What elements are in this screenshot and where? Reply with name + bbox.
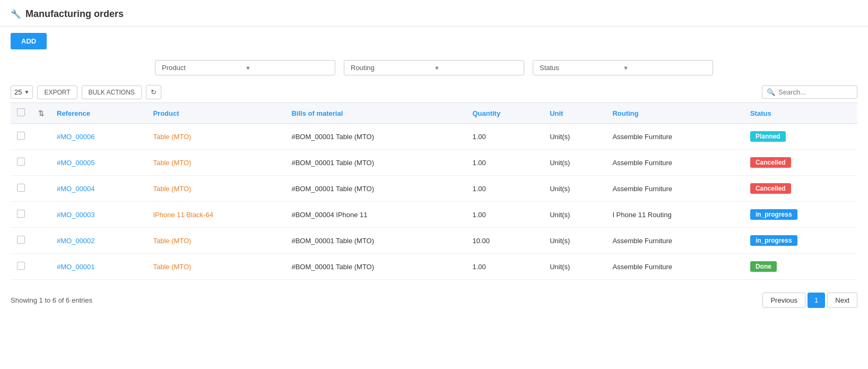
reference-link[interactable]: #MO_00005	[57, 159, 95, 167]
row-checkbox-cell	[11, 228, 32, 254]
reference-link[interactable]: #MO_00004	[57, 185, 95, 193]
add-button[interactable]: ADD	[11, 33, 47, 49]
pagination: Previous 1 Next	[762, 293, 857, 308]
row-product: Table (MTO)	[146, 150, 285, 176]
showing-text: Showing 1 to 6 of 6 entries	[11, 296, 92, 304]
col-unit: Unit	[543, 103, 606, 124]
product-link[interactable]: Table (MTO)	[153, 159, 191, 167]
product-link[interactable]: IPhone 11 Black-64	[153, 211, 213, 219]
row-checkbox-cell	[11, 150, 32, 176]
routing-filter-label: Routing	[351, 64, 434, 72]
product-filter-label: Product	[162, 64, 245, 72]
row-product: IPhone 11 Black-64	[146, 202, 285, 228]
row-routing: Assemble Furniture	[606, 150, 744, 176]
sort-header[interactable]: ⇅	[32, 103, 50, 124]
row-checkbox[interactable]	[17, 262, 25, 270]
product-filter[interactable]: Product ▼	[155, 60, 335, 75]
per-page-select[interactable]: 25 ▼	[11, 85, 33, 99]
row-index	[32, 254, 50, 280]
reference-link[interactable]: #MO_00006	[57, 133, 95, 141]
status-filter[interactable]: Status ▼	[533, 60, 713, 75]
row-bom: #BOM_00001 Table (MTO)	[285, 124, 466, 150]
col-product: Product	[146, 103, 285, 124]
status-badge: Cancelled	[750, 157, 791, 168]
next-button[interactable]: Next	[827, 293, 857, 308]
table-row: #MO_00006 Table (MTO) #BOM_00001 Table (…	[11, 124, 857, 150]
bulk-actions-button[interactable]: BULK ACTIONS	[82, 85, 142, 99]
row-checkbox[interactable]	[17, 132, 25, 140]
col-quantity: Quantity	[466, 103, 543, 124]
row-reference: #MO_00005	[50, 150, 146, 176]
row-reference: #MO_00006	[50, 124, 146, 150]
row-quantity: 1.00	[466, 124, 543, 150]
refresh-button[interactable]: ↻	[146, 85, 161, 99]
col-reference: Reference	[50, 103, 146, 124]
row-index	[32, 150, 50, 176]
row-index	[32, 202, 50, 228]
row-bom: #BOM_00001 Table (MTO)	[285, 254, 466, 280]
reference-link[interactable]: #MO_00001	[57, 263, 95, 271]
product-link[interactable]: Table (MTO)	[153, 133, 191, 141]
filters-row: Product ▼ Routing ▼ Status ▼	[0, 56, 868, 82]
status-filter-label: Status	[540, 64, 623, 72]
col-routing: Routing	[606, 103, 744, 124]
page-title: Manufacturing orders	[25, 8, 124, 20]
table-row: #MO_00005 Table (MTO) #BOM_00001 Table (…	[11, 150, 857, 176]
row-quantity: 1.00	[466, 202, 543, 228]
row-checkbox[interactable]	[17, 210, 25, 218]
row-quantity: 1.00	[466, 150, 543, 176]
row-bom: #BOM_00001 Table (MTO)	[285, 228, 466, 254]
row-checkbox[interactable]	[17, 158, 25, 166]
row-index	[32, 124, 50, 150]
row-checkbox-cell	[11, 176, 32, 202]
table-row: #MO_00002 Table (MTO) #BOM_00001 Table (…	[11, 228, 857, 254]
status-badge: in_progress	[750, 209, 797, 220]
row-bom: #BOM_00001 Table (MTO)	[285, 150, 466, 176]
status-badge: Done	[750, 261, 777, 272]
row-bom: #BOM_00004 IPhone 11	[285, 202, 466, 228]
table-header-row: ⇅ Reference Product Bills of material Qu…	[11, 103, 857, 124]
row-quantity: 1.00	[466, 176, 543, 202]
page-header: 🔧 Manufacturing orders	[0, 0, 868, 27]
row-index	[32, 176, 50, 202]
export-button[interactable]: EXPORT	[37, 85, 77, 99]
select-all-checkbox[interactable]	[17, 108, 25, 116]
row-status: Done	[744, 254, 857, 280]
reference-link[interactable]: #MO_00002	[57, 237, 95, 245]
product-link[interactable]: Table (MTO)	[153, 263, 191, 271]
routing-filter[interactable]: Routing ▼	[344, 60, 524, 75]
showing-range: 1 to 6	[39, 296, 56, 304]
select-all-header[interactable]	[11, 103, 32, 124]
previous-button[interactable]: Previous	[762, 293, 805, 308]
row-routing: Assemble Furniture	[606, 124, 744, 150]
product-link[interactable]: Table (MTO)	[153, 185, 191, 193]
row-unit: Unit(s)	[543, 254, 606, 280]
row-product: Table (MTO)	[146, 176, 285, 202]
row-product: Table (MTO)	[146, 254, 285, 280]
row-quantity: 1.00	[466, 254, 543, 280]
footer: Showing 1 to 6 of 6 entries Previous 1 N…	[0, 284, 868, 316]
reference-link[interactable]: #MO_00003	[57, 211, 95, 219]
row-routing: Assemble Furniture	[606, 228, 744, 254]
row-routing: Assemble Furniture	[606, 254, 744, 280]
showing-entries: entries	[72, 296, 92, 304]
row-index	[32, 228, 50, 254]
table-container: ⇅ Reference Product Bills of material Qu…	[0, 102, 868, 280]
gear-icon: 🔧	[11, 9, 21, 19]
product-link[interactable]: Table (MTO)	[153, 237, 191, 245]
row-status: in_progress	[744, 228, 857, 254]
row-product: Table (MTO)	[146, 228, 285, 254]
search-input[interactable]	[778, 88, 853, 96]
row-reference: #MO_00002	[50, 228, 146, 254]
search-icon: 🔍	[767, 88, 775, 96]
row-checkbox[interactable]	[17, 236, 25, 244]
row-unit: Unit(s)	[543, 228, 606, 254]
status-badge: Cancelled	[750, 183, 791, 194]
table-row: #MO_00003 IPhone 11 Black-64 #BOM_00004 …	[11, 202, 857, 228]
routing-filter-arrow: ▼	[434, 65, 517, 71]
row-product: Table (MTO)	[146, 124, 285, 150]
product-filter-arrow: ▼	[245, 65, 328, 71]
page-1-button[interactable]: 1	[808, 293, 825, 308]
toolbar: ADD	[0, 27, 868, 56]
row-checkbox[interactable]	[17, 184, 25, 192]
